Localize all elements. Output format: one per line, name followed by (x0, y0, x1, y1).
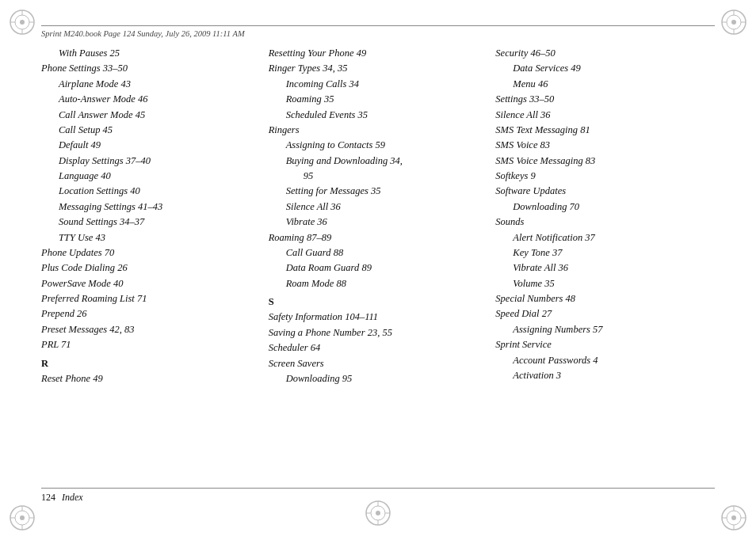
corner-decoration-bl (8, 504, 36, 532)
svg-point-15 (15, 511, 29, 525)
svg-point-21 (722, 506, 746, 530)
entry: Data Services 49 (513, 61, 715, 76)
entry: Roaming 87–89 (269, 230, 488, 245)
entry: Default 49 (59, 138, 261, 153)
entry: SMS Text Messaging 81 (495, 123, 715, 138)
entry: Prepend 26 (41, 306, 261, 321)
entry: Setting for Messages 35 (286, 184, 488, 199)
entry: Settings 33–50 (495, 92, 715, 107)
entry: Display Settings 37–40 (59, 154, 261, 169)
entry: Location Settings 40 (59, 184, 261, 199)
svg-point-22 (727, 511, 741, 525)
entry: Security 46–50 (495, 46, 715, 61)
entry: Preferred Roaming List 71 (41, 291, 261, 306)
entry: Account Passwords 4 (513, 353, 715, 368)
entry: Data Roam Guard 89 (286, 260, 488, 276)
entry: Softkeys 9 (495, 169, 715, 184)
entry: Silence All 36 (286, 200, 488, 215)
entry: Plus Code Dialing 26 (41, 260, 261, 276)
section-letter: R (41, 356, 261, 371)
section-letter: S (269, 295, 488, 310)
entry: Silence All 36 (495, 108, 715, 123)
entry: Sounds (495, 215, 715, 230)
entry: Software Updates (495, 184, 715, 199)
center-bottom-decoration (364, 499, 392, 530)
entry: PowerSave Mode 40 (41, 276, 261, 291)
entry: Scheduler 64 (269, 340, 488, 356)
entry: SMS Voice Messaging 83 (495, 154, 715, 169)
entry: Sound Settings 34–37 (59, 215, 261, 230)
entry: Call Answer Mode 45 (59, 108, 261, 123)
svg-point-1 (15, 15, 29, 29)
svg-point-9 (731, 20, 736, 25)
entry: Vibrate All 36 (513, 260, 715, 276)
entry: Preset Messages 42, 83 (41, 322, 261, 337)
entry: Call Setup 45 (59, 123, 261, 138)
entry: Reset Phone 49 (41, 371, 261, 386)
page-number: 124 (41, 492, 55, 504)
entry: Auto-Answer Mode 46 (59, 92, 261, 107)
svg-point-14 (10, 506, 34, 530)
entry: Incoming Calls 34 (286, 77, 488, 92)
entry: Resetting Your Phone 49 (269, 46, 488, 61)
entry: Activation 3 (513, 368, 715, 383)
entry: Special Numbers 48 (495, 291, 715, 306)
entry: Call Guard 88 (286, 245, 488, 260)
entry: Sprint Service (495, 337, 715, 352)
entry: Ringers (269, 123, 488, 138)
entry: Safety Information 104–111 (269, 310, 488, 325)
corner-decoration-br (720, 504, 748, 532)
svg-point-2 (20, 20, 25, 25)
entry: Vibrate 36 (286, 215, 488, 230)
entry: Assigning Numbers 57 (513, 322, 715, 337)
entry: Roam Mode 88 (286, 276, 488, 291)
entry: Airplane Mode 43 (59, 77, 261, 92)
entry: SMS Voice 83 (495, 138, 715, 153)
entry: Phone Settings 33–50 (41, 61, 261, 76)
corner-decoration-tr (720, 8, 748, 36)
entry: Volume 35 (513, 276, 715, 291)
entry: Language 40 (59, 169, 261, 184)
entry: Buying and Downloading 34, (286, 154, 488, 169)
entry: PRL 71 (41, 337, 261, 352)
column-1: With Pauses 25 Phone Settings 33–50 Airp… (41, 46, 269, 485)
svg-point-8 (727, 15, 741, 29)
corner-decoration-tl (8, 8, 36, 36)
entry: Key Tone 37 (513, 245, 715, 260)
svg-point-7 (722, 10, 746, 34)
entry: 95 (304, 169, 488, 184)
entry: Screen Savers (269, 356, 488, 371)
column-2: Resetting Your Phone 49 Ringer Types 34,… (269, 46, 496, 485)
header-text: Sprint M240.book Page 124 Sunday, July 2… (41, 29, 245, 38)
entry: Roaming 35 (286, 92, 488, 107)
entry: Alert Notification 37 (513, 230, 715, 245)
entry: Scheduled Events 35 (286, 108, 488, 123)
content-area: With Pauses 25 Phone Settings 33–50 Airp… (41, 46, 715, 485)
svg-point-30 (376, 511, 380, 515)
entry: Ringer Types 34, 35 (269, 61, 488, 76)
svg-point-16 (20, 515, 25, 520)
entry: Messaging Settings 41–43 (59, 200, 261, 215)
entry: Downloading 70 (513, 200, 715, 215)
svg-point-0 (10, 10, 34, 34)
entry: With Pauses 25 (59, 46, 261, 61)
entry: Downloading 95 (286, 371, 488, 386)
svg-point-28 (366, 501, 390, 525)
entry: Menu 46 (513, 77, 715, 92)
column-3: Security 46–50 Data Services 49 Menu 46 … (495, 46, 715, 485)
entry: Saving a Phone Number 23, 55 (269, 325, 488, 340)
entry: Speed Dial 27 (495, 306, 715, 321)
footer-label: Index (62, 492, 83, 504)
svg-point-23 (731, 515, 736, 520)
header-bar: Sprint M240.book Page 124 Sunday, July 2… (41, 25, 715, 38)
entry: Phone Updates 70 (41, 245, 261, 260)
footer-bar: 124 Index (41, 488, 715, 504)
entry: Assigning to Contacts 59 (286, 138, 488, 153)
svg-point-29 (371, 506, 385, 520)
entry: TTY Use 43 (59, 230, 261, 245)
